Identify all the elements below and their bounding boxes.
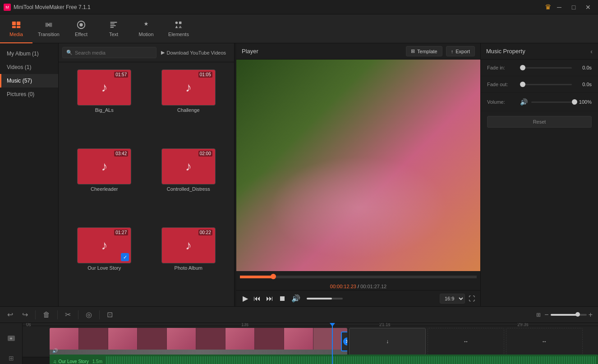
duration-badge: 00:22 (198, 230, 212, 235)
toolbar-divider-3 (78, 310, 78, 319)
video-track: 🔊 ✕ ↓ ↔ ↔ (23, 326, 598, 357)
volume-indicator: 🔊 (52, 348, 58, 353)
progress-handle[interactable] (271, 274, 276, 279)
transition-placeholder-3[interactable]: ↔ (506, 328, 583, 355)
svg-rect-7 (179, 21, 182, 24)
media-item-cheerleader[interactable]: ♪ 03:42 Cheerleader (62, 145, 147, 224)
music-track-bar[interactable]: ♫ Our Love Story 1.5m (50, 355, 598, 364)
music-track-label: ♫ Our Love Story (50, 359, 92, 364)
reset-button[interactable]: Reset (487, 116, 592, 128)
sidebar-item-music[interactable]: Music (57) (0, 74, 58, 88)
toolbar-item-effect[interactable]: Effect (65, 14, 97, 43)
transition-placeholder-2[interactable]: ↔ (428, 328, 504, 355)
media-item-challenge[interactable]: ♪ 01:05 Challenge (147, 66, 231, 145)
play-button[interactable]: ▶ (242, 293, 249, 304)
download-arrow-icon: ↓ (386, 338, 389, 345)
audio-button[interactable]: ◎ (84, 309, 94, 321)
volume-slider[interactable] (307, 298, 343, 299)
media-item-photo-album[interactable]: ♪ 00:22 Photo Album (147, 224, 231, 303)
toolbar: Media Transition Effect Text Motion Elem… (0, 14, 598, 43)
transition-arrow-icon: ↔ (463, 338, 469, 345)
fit-timeline-button[interactable]: ⊞ (534, 310, 543, 320)
toolbar-item-text[interactable]: Text (97, 14, 130, 43)
delete-button[interactable]: 🗑 (41, 309, 52, 321)
duration-badge: 01:05 (198, 72, 212, 78)
toolbar-item-media[interactable]: Media (0, 14, 32, 43)
media-thumb-cheerleader: ♪ 03:42 (77, 148, 131, 184)
player-controls: ▶ ⏮ ⏭ ⏹ 🔊 16:9 9:16 4:3 1:1 ⛶ (236, 290, 480, 306)
fade-in-slider-container (520, 67, 572, 69)
prev-frame-button[interactable]: ⏮ (253, 294, 262, 304)
next-frame-button[interactable]: ⏭ (265, 294, 274, 304)
fade-in-slider[interactable] (520, 67, 572, 69)
fullscreen-button[interactable]: ⛶ (469, 295, 475, 302)
zoom-controls: ⊞ − + (534, 310, 593, 320)
player-video (236, 60, 480, 271)
volume-button[interactable]: 🔊 (290, 293, 301, 304)
template-button[interactable]: ⊞ Template (406, 46, 442, 56)
player-progress-bar[interactable] (240, 276, 477, 278)
zoom-out-button[interactable]: − (544, 311, 548, 319)
crown-icon: ♛ (545, 3, 551, 12)
transition-zone[interactable]: ✕ (341, 332, 347, 351)
fade-out-slider[interactable] (520, 84, 572, 85)
search-container: 🔍 (62, 47, 156, 58)
duration-badge: 02:00 (198, 151, 212, 157)
volume-row: Volume: 🔊 100% (481, 93, 598, 111)
cut-button[interactable]: ✂ (63, 309, 73, 321)
properties-expand-button[interactable]: ‹ (590, 48, 593, 55)
crop-button[interactable]: ⊡ (105, 309, 115, 321)
youtube-icon: ▶ (161, 50, 165, 55)
fade-out-handle[interactable] (520, 82, 525, 87)
fade-in-label: Fade in: (487, 65, 516, 70)
maximize-button[interactable]: □ (567, 3, 580, 12)
media-thumb-our-love-story: ♪ 01:27 ✓ (77, 227, 131, 263)
effect-icon (76, 20, 86, 30)
title-bar-title: MiniTool MovieMaker Free 7.1.1 (14, 4, 91, 10)
fade-in-handle[interactable] (520, 65, 525, 70)
fade-out-slider-container (520, 84, 572, 85)
timeline-add-track-button[interactable]: + (8, 336, 15, 341)
toolbar-item-elements[interactable]: Elements (162, 14, 195, 43)
zoom-slider[interactable] (551, 314, 587, 316)
search-input[interactable] (75, 50, 152, 55)
media-item-big-als[interactable]: ♪ 01:57 Big_ALs (62, 66, 147, 145)
aspect-ratio-select[interactable]: 16:9 9:16 4:3 1:1 (440, 294, 465, 304)
zoom-in-button[interactable]: + (589, 311, 593, 319)
title-bar: M MiniTool MovieMaker Free 7.1.1 ♛ ─ □ ✕ (0, 0, 598, 14)
volume-handle[interactable] (572, 99, 577, 105)
sidebar-item-my-album[interactable]: My Album (1) (0, 47, 58, 60)
close-button[interactable]: ✕ (582, 3, 594, 12)
media-item-our-love-story[interactable]: ♪ 01:27 ✓ Our Love Story (62, 224, 147, 303)
undo-button[interactable]: ↩ (5, 309, 15, 321)
music-track: ♫ Our Love Story 1.5m (23, 359, 598, 364)
player-progress-container (236, 271, 480, 283)
zoom-handle[interactable] (575, 312, 580, 317)
sidebar-item-pictures[interactable]: Pictures (0) (0, 88, 58, 101)
player-time: 00:00:12.23 / 00:01:27.12 (236, 283, 480, 290)
app-icon: M (4, 4, 11, 11)
redo-button[interactable]: ↪ (20, 309, 30, 321)
media-thumb-controlled-distress: ♪ 02:00 (161, 148, 216, 184)
transition-placeholder-1[interactable]: ↓ (349, 328, 426, 355)
sidebar-item-videos[interactable]: Videos (1) (0, 60, 58, 74)
progress-fill (240, 276, 273, 278)
toolbar-item-motion[interactable]: Motion (130, 14, 162, 43)
media-name-challenge: Challenge (177, 107, 200, 113)
bottom-area: ↩ ↪ 🗑 ✂ ◎ ⊡ ⊞ − + + ⊞ ♫ (0, 306, 598, 364)
music-waveform (106, 356, 596, 364)
download-youtube-button[interactable]: ▶ Download YouTube Videos (156, 47, 231, 58)
stop-button[interactable]: ⏹ (278, 294, 287, 304)
text-icon (109, 20, 119, 30)
title-bar-controls: ♛ ─ □ ✕ (545, 3, 594, 12)
toolbar-item-transition[interactable]: Transition (32, 14, 65, 43)
svg-rect-2 (12, 26, 16, 28)
video-clip-main[interactable]: 🔊 ✕ (50, 328, 347, 355)
volume-slider-track[interactable] (531, 101, 572, 103)
selected-check: ✓ (121, 253, 129, 261)
export-button[interactable]: ↑ Export (446, 46, 475, 56)
minimize-button[interactable]: ─ (553, 3, 566, 12)
music-track-duration: 1.5m (92, 359, 104, 364)
media-item-controlled-distress[interactable]: ♪ 02:00 Controlled_Distress (147, 145, 231, 224)
zoom-fill (551, 314, 578, 316)
